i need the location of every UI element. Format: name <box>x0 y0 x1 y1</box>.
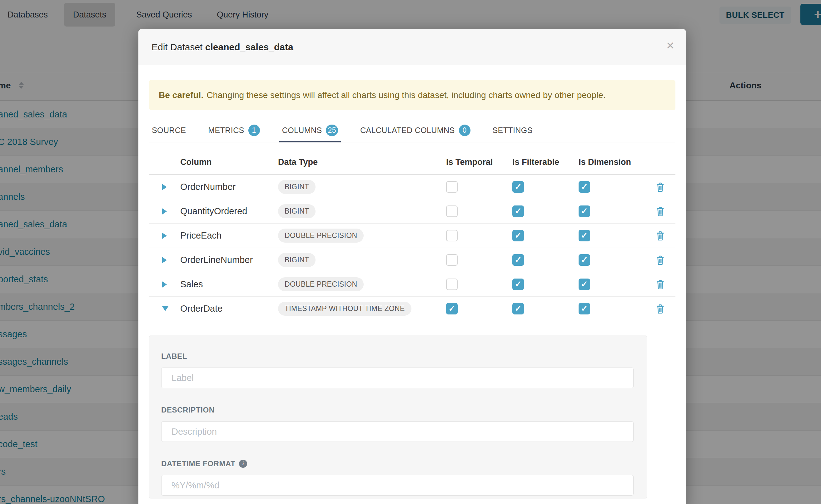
datetime-format-field-group: DATETIME FORMATi <box>161 459 633 496</box>
is-temporal-checkbox[interactable]: ✓ <box>446 205 458 217</box>
expand-caret-icon[interactable] <box>162 257 167 263</box>
is-temporal-checkbox[interactable]: ✓ <box>446 303 458 314</box>
description-input[interactable] <box>161 421 634 442</box>
column-name: OrderNumber <box>180 182 278 192</box>
label-field-group: LABEL <box>161 352 633 388</box>
is-filterable-header: Is Filterable <box>512 157 579 167</box>
is-filterable-checkbox[interactable]: ✓ <box>512 205 524 217</box>
check-icon: ✓ <box>448 304 456 313</box>
is-temporal-checkbox[interactable]: ✓ <box>446 181 458 193</box>
check-icon: ✓ <box>581 207 588 215</box>
modal-title-prefix: Edit Dataset <box>151 42 202 52</box>
is-filterable-checkbox[interactable]: ✓ <box>512 254 524 266</box>
edit-dataset-modal: Edit Dataset cleaned_sales_data ✕ Be car… <box>138 29 686 504</box>
is-filterable-checkbox[interactable]: ✓ <box>512 181 524 193</box>
modal-tabs: SOURCE METRICS1 COLUMNS25 CALCULATED COL… <box>149 119 675 142</box>
is-dimension-checkbox[interactable]: ✓ <box>579 254 590 266</box>
is-dimension-header: Is Dimension <box>579 157 645 167</box>
is-dimension-checkbox[interactable]: ✓ <box>579 279 590 290</box>
column-row: OrderLineNumber BIGINT ✓ ✓ ✓ <box>149 248 675 272</box>
warning-text: Changing these settings will affect all … <box>206 90 606 100</box>
is-dimension-checkbox[interactable]: ✓ <box>579 303 590 314</box>
tab-source[interactable]: SOURCE <box>149 119 189 142</box>
data-type-pill: BIGINT <box>278 204 315 218</box>
check-icon: ✓ <box>515 183 522 191</box>
page-root: Databases Datasets Saved Queries Query H… <box>0 0 821 504</box>
expand-caret-icon[interactable] <box>162 281 167 288</box>
column-row: PriceEach DOUBLE PRECISION ✓ ✓ ✓ <box>149 224 675 248</box>
trash-icon <box>656 304 665 314</box>
data-type-pill: DOUBLE PRECISION <box>278 229 363 243</box>
tab-columns[interactable]: COLUMNS25 <box>279 119 341 142</box>
close-icon[interactable]: ✕ <box>666 40 675 51</box>
column-row: OrderNumber BIGINT ✓ ✓ ✓ <box>149 175 675 199</box>
column-name: QuantityOrdered <box>180 206 278 216</box>
datetime-format-input[interactable] <box>161 475 634 496</box>
warning-bold-text: Be careful. <box>159 90 203 100</box>
tab-label: CALCULATED COLUMNS <box>360 126 455 135</box>
columns-count-badge: 25 <box>326 125 338 136</box>
description-field-label: DESCRIPTION <box>161 406 633 414</box>
label-field-label: LABEL <box>161 352 633 361</box>
trash-icon <box>656 182 665 192</box>
tab-label: COLUMNS <box>282 126 322 135</box>
datetime-format-field-label: DATETIME FORMATi <box>161 459 633 468</box>
is-filterable-checkbox[interactable]: ✓ <box>512 230 524 241</box>
check-icon: ✓ <box>515 207 522 215</box>
delete-column-button[interactable] <box>656 279 665 289</box>
is-dimension-checkbox[interactable]: ✓ <box>579 205 590 217</box>
label-input[interactable] <box>161 368 634 388</box>
data-type-pill: DOUBLE PRECISION <box>278 277 363 291</box>
modal-title: Edit Dataset cleaned_sales_data <box>151 42 293 52</box>
check-icon: ✓ <box>515 231 522 240</box>
check-icon: ✓ <box>581 304 588 313</box>
tab-calculated-columns[interactable]: CALCULATED COLUMNS0 <box>357 119 473 142</box>
tab-label: SETTINGS <box>493 126 533 135</box>
delete-column-button[interactable] <box>656 182 665 192</box>
column-detail-panel: LABEL DESCRIPTION DATETIME FORMATi <box>149 335 647 499</box>
modal-title-dataset-name: cleaned_sales_data <box>205 42 293 52</box>
check-icon: ✓ <box>581 183 588 191</box>
delete-column-button[interactable] <box>656 231 665 240</box>
is-temporal-header: Is Temporal <box>446 157 512 167</box>
data-type-pill: TIMESTAMP WITHOUT TIME ZONE <box>278 302 412 316</box>
trash-icon <box>656 231 665 240</box>
is-temporal-checkbox[interactable]: ✓ <box>446 254 458 266</box>
modal-header: Edit Dataset cleaned_sales_data ✕ <box>138 29 686 65</box>
trash-icon <box>656 255 665 265</box>
expand-caret-icon[interactable] <box>162 233 167 239</box>
columns-table-header: Column Data Type Is Temporal Is Filterab… <box>149 142 675 175</box>
is-temporal-checkbox[interactable]: ✓ <box>446 230 458 241</box>
column-name: Sales <box>180 279 278 289</box>
column-row: OrderDate TIMESTAMP WITHOUT TIME ZONE ✓ … <box>149 297 675 321</box>
is-filterable-checkbox[interactable]: ✓ <box>512 303 524 314</box>
is-temporal-checkbox[interactable]: ✓ <box>446 279 458 290</box>
modal-body: Be careful.Changing these settings will … <box>138 80 686 499</box>
warning-banner: Be careful.Changing these settings will … <box>149 80 675 110</box>
expand-caret-icon[interactable] <box>162 184 167 190</box>
tab-settings[interactable]: SETTINGS <box>490 119 536 142</box>
check-icon: ✓ <box>581 231 588 240</box>
delete-column-button[interactable] <box>656 255 665 265</box>
tab-label: SOURCE <box>152 126 186 135</box>
column-name: OrderDate <box>180 304 278 314</box>
delete-column-button[interactable] <box>656 304 665 314</box>
is-filterable-checkbox[interactable]: ✓ <box>512 279 524 290</box>
data-type-header: Data Type <box>278 157 446 167</box>
delete-column-button[interactable] <box>656 206 665 216</box>
check-icon: ✓ <box>515 280 522 289</box>
trash-icon <box>656 206 665 216</box>
check-icon: ✓ <box>515 304 522 313</box>
calculated-columns-count-badge: 0 <box>459 125 471 136</box>
info-icon[interactable]: i <box>239 460 247 468</box>
collapse-caret-icon[interactable] <box>162 306 168 311</box>
metrics-count-badge: 1 <box>248 125 260 136</box>
tab-label: METRICS <box>208 126 244 135</box>
is-dimension-checkbox[interactable]: ✓ <box>579 181 590 193</box>
is-dimension-checkbox[interactable]: ✓ <box>579 230 590 241</box>
column-row: QuantityOrdered BIGINT ✓ ✓ ✓ <box>149 199 675 224</box>
expand-caret-icon[interactable] <box>162 208 167 215</box>
tab-metrics[interactable]: METRICS1 <box>205 119 262 142</box>
check-icon: ✓ <box>581 256 588 264</box>
data-type-pill: BIGINT <box>278 253 315 267</box>
